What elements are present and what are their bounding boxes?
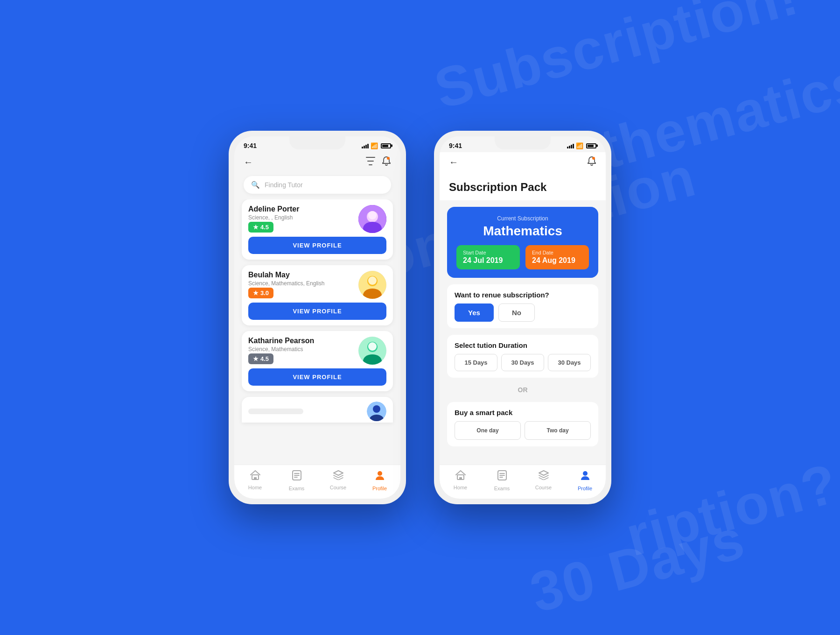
subject-name: Mathematics (456, 224, 589, 239)
filter-icon[interactable] (366, 157, 375, 168)
notification-icon-2[interactable] (587, 156, 596, 169)
tutor-avatar-2 (358, 271, 386, 299)
star-icon-3: ★ (253, 355, 259, 362)
duration-row: 15 Days 30 Days 30 Days (455, 354, 591, 371)
yes-button[interactable]: Yes (455, 303, 494, 322)
search-icon: 🔍 (251, 181, 260, 189)
duration-label: Select tution Duration (455, 341, 591, 349)
nav-exams-1[interactable]: Exams (283, 470, 311, 491)
subscription-content: Current Subscription Mathematics Start D… (440, 200, 606, 465)
search-bar[interactable]: 🔍 Finding Tutor (244, 176, 391, 194)
phone-finding-tutor: 9:41 📶 ← (229, 131, 406, 504)
back-button-1[interactable]: ← (244, 157, 253, 168)
smart-pack-btn-1[interactable]: One day (455, 421, 521, 440)
search-placeholder: Finding Tutor (265, 181, 303, 189)
nav-course-label-2: Course (535, 485, 552, 490)
nav-profile-1[interactable]: Profile (366, 470, 394, 491)
renew-section: Want to renue subscription? Yes No (447, 284, 598, 328)
smart-pack-btn-2[interactable]: Two day (525, 421, 591, 440)
duration-btn-1[interactable]: 15 Days (455, 354, 497, 371)
subscription-header: Subscription Pack (440, 173, 606, 200)
nav-course-2[interactable]: Course (530, 470, 558, 491)
bottom-nav-1: Home Exams (234, 465, 400, 499)
notification-icon-1[interactable] (382, 156, 391, 169)
current-sub-label: Current Subscription (456, 215, 589, 222)
nav-exams-2[interactable]: Exams (488, 470, 516, 491)
nav-profile-label-2: Profile (578, 486, 592, 491)
smart-pack-row: One day Two day (455, 421, 591, 440)
profile-icon-1 (375, 470, 385, 484)
tutor-avatar-1 (358, 205, 386, 233)
tutor-card-3: Katharine Pearson Science, Mathematics ★… (242, 331, 393, 391)
tutor-card-1: Adeline Porter Science, , English ★ 4.5 (242, 199, 393, 260)
svg-rect-17 (254, 477, 257, 480)
svg-point-8 (368, 276, 377, 285)
tutor-name-3: Katharine Pearson (248, 337, 314, 345)
battery-icon-1 (381, 143, 391, 148)
tutors-list: Adeline Porter Science, , English ★ 4.5 (234, 199, 400, 465)
end-date-value: 24 Aug 2019 (532, 256, 582, 265)
no-button[interactable]: No (498, 303, 535, 322)
view-profile-btn-3[interactable]: VIEW PROFILE (248, 368, 386, 386)
phones-container: 9:41 📶 ← (229, 131, 611, 504)
start-date-label: Start Date (463, 250, 513, 255)
wifi-icon-1: 📶 (371, 142, 378, 149)
tutor-avatar-3 (358, 337, 386, 365)
rating-badge-3: ★ 4.5 (248, 353, 273, 364)
svg-point-4 (368, 211, 377, 219)
svg-rect-25 (459, 477, 462, 480)
current-subscription-card: Current Subscription Mathematics Start D… (447, 207, 598, 278)
back-button-2[interactable]: ← (449, 157, 458, 168)
course-icon-2 (538, 470, 549, 483)
nav-home-1[interactable]: Home (241, 470, 269, 491)
yes-no-row: Yes No (455, 303, 591, 322)
exams-icon-2 (497, 470, 507, 484)
subscription-dates: Start Date 24 Jul 2019 End Date 24 Aug 2… (456, 245, 589, 269)
signal-icon-1 (362, 143, 369, 148)
tutor-card-2: Beulah May Science, Mathematics, English… (242, 265, 393, 325)
or-divider: OR (447, 384, 598, 395)
svg-point-22 (378, 471, 382, 476)
nav-profile-2[interactable]: Profile (571, 470, 599, 491)
end-date-box: End Date 24 Aug 2019 (525, 245, 589, 269)
svg-point-23 (592, 157, 595, 160)
svg-point-0 (387, 157, 390, 160)
battery-icon-2 (586, 143, 596, 148)
duration-btn-3[interactable]: 30 Days (548, 354, 591, 371)
rating-badge-2: ★ 3.0 (248, 288, 273, 298)
smart-pack-label: Buy a smart pack (455, 409, 591, 416)
app-header-1: ← (234, 152, 400, 173)
app-header-2: ← (440, 152, 606, 173)
svg-point-30 (583, 471, 588, 476)
svg-point-14 (373, 405, 380, 413)
nav-course-1[interactable]: Course (324, 470, 352, 491)
tutor-subjects-3: Science, Mathematics (248, 346, 314, 353)
nav-home-label-1: Home (248, 485, 262, 490)
view-profile-btn-2[interactable]: VIEW PROFILE (248, 303, 386, 320)
start-date-value: 24 Jul 2019 (463, 256, 513, 265)
duration-btn-2[interactable]: 30 Days (501, 354, 544, 371)
bottom-nav-2: Home Exams (440, 465, 606, 499)
smart-pack-section: Buy a smart pack One day Two day (447, 402, 598, 446)
nav-exams-label-2: Exams (494, 486, 510, 491)
renew-label: Want to renue subscription? (455, 291, 591, 299)
view-profile-btn-1[interactable]: VIEW PROFILE (248, 237, 386, 254)
home-icon-1 (250, 470, 261, 483)
duration-section: Select tution Duration 15 Days 30 Days 3… (447, 335, 598, 378)
tutor-subjects-1: Science, , English (248, 214, 299, 221)
subscription-title: Subscription Pack (449, 181, 596, 194)
nav-home-label-2: Home (454, 485, 467, 490)
wifi-icon-2: 📶 (576, 142, 583, 149)
profile-icon-2 (580, 470, 590, 484)
nav-home-2[interactable]: Home (447, 470, 475, 491)
end-date-label: End Date (532, 250, 582, 255)
start-date-box: Start Date 24 Jul 2019 (456, 245, 520, 269)
signal-icon-2 (567, 143, 574, 148)
rating-badge-1: ★ 4.5 (248, 222, 273, 233)
nav-course-label-1: Course (330, 485, 346, 490)
star-icon-2: ★ (253, 289, 259, 296)
home-icon-2 (455, 470, 466, 483)
nav-profile-label-1: Profile (372, 486, 387, 491)
svg-point-12 (368, 342, 377, 351)
phone-subscription: 9:41 📶 ← (434, 131, 611, 504)
